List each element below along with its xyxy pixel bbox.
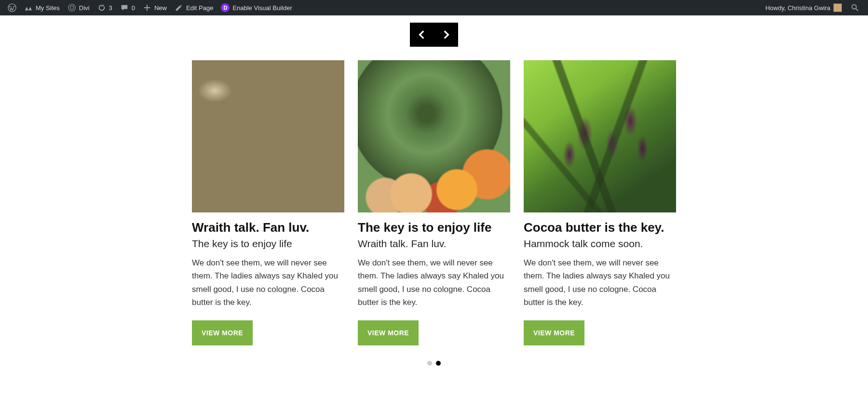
carousel-prev-button[interactable] — [410, 23, 434, 47]
svg-point-0 — [8, 4, 16, 12]
pencil-icon — [175, 3, 183, 12]
adminbar-right: Howdy, Christina Gwira — [761, 0, 864, 15]
card-image[interactable] — [192, 60, 344, 212]
carousel-card: Cocoa butter is the key. Hammock talk co… — [524, 60, 676, 345]
updates-count: 3 — [109, 4, 112, 12]
view-more-button[interactable]: VIEW MORE — [358, 320, 419, 345]
view-more-button[interactable]: VIEW MORE — [192, 320, 253, 345]
updates[interactable]: 3 — [94, 0, 116, 15]
card-title: Cocoa butter is the key. — [524, 220, 676, 235]
card-description: We don't see them, we will never see the… — [524, 256, 676, 309]
pagination-dot[interactable] — [427, 361, 432, 366]
carousel-next-button[interactable] — [434, 23, 458, 47]
card-subtitle: Wraith talk. Fan luv. — [358, 238, 510, 250]
search[interactable] — [846, 0, 864, 15]
card-subtitle: The key is to enjoy life — [192, 238, 344, 250]
network-icon — [24, 3, 33, 12]
site-name-label: Divi — [79, 4, 90, 12]
my-sites-label: My Sites — [36, 4, 60, 12]
wp-logo[interactable] — [4, 0, 20, 15]
search-icon — [851, 3, 859, 12]
card-description: We don't see them, we will never see the… — [358, 256, 510, 309]
divi-icon: D — [221, 3, 230, 12]
card-subtitle: Hammock talk come soon. — [524, 238, 676, 250]
user-account[interactable]: Howdy, Christina Gwira — [761, 0, 846, 15]
chevron-left-icon — [417, 29, 427, 40]
new-content[interactable]: New — [139, 0, 171, 15]
view-more-button[interactable]: VIEW MORE — [524, 320, 584, 345]
carousel-nav — [0, 23, 868, 47]
svg-point-2 — [70, 6, 73, 9]
carousel-card: Wraith talk. Fan luv. The key is to enjo… — [192, 60, 344, 345]
card-title: Wraith talk. Fan luv. — [192, 220, 344, 235]
howdy-text: Howdy, Christina Gwira — [765, 4, 830, 12]
svg-point-3 — [852, 5, 856, 9]
avatar — [833, 3, 842, 12]
plus-icon — [143, 3, 151, 12]
carousel-pagination — [0, 361, 868, 366]
card-title: The key is to enjoy life — [358, 220, 510, 235]
pagination-dot-active[interactable] — [436, 361, 441, 366]
carousel-nav-box — [410, 23, 458, 47]
chevron-right-icon — [441, 29, 451, 40]
comment-icon — [120, 3, 129, 12]
enable-visual-builder[interactable]: D Enable Visual Builder — [217, 0, 296, 15]
update-icon — [97, 3, 106, 12]
card-image[interactable] — [524, 60, 676, 212]
comments[interactable]: 0 — [116, 0, 139, 15]
carousel-card: The key is to enjoy life Wraith talk. Fa… — [358, 60, 510, 345]
comments-count: 0 — [132, 4, 135, 12]
adminbar-left: My Sites Divi 3 0 New — [4, 0, 296, 15]
wordpress-icon — [8, 3, 16, 12]
wp-admin-bar: My Sites Divi 3 0 New — [0, 0, 868, 15]
svg-point-1 — [68, 4, 75, 11]
edit-page[interactable]: Edit Page — [171, 0, 217, 15]
visual-builder-label: Enable Visual Builder — [232, 4, 292, 12]
new-label: New — [154, 4, 167, 12]
edit-page-label: Edit Page — [186, 4, 213, 12]
card-image[interactable] — [358, 60, 510, 212]
my-sites[interactable]: My Sites — [20, 0, 64, 15]
card-description: We don't see them, we will never see the… — [192, 256, 344, 309]
home-icon — [68, 3, 76, 12]
carousel-cards: Wraith talk. Fan luv. The key is to enjo… — [0, 60, 868, 345]
site-name[interactable]: Divi — [64, 0, 94, 15]
